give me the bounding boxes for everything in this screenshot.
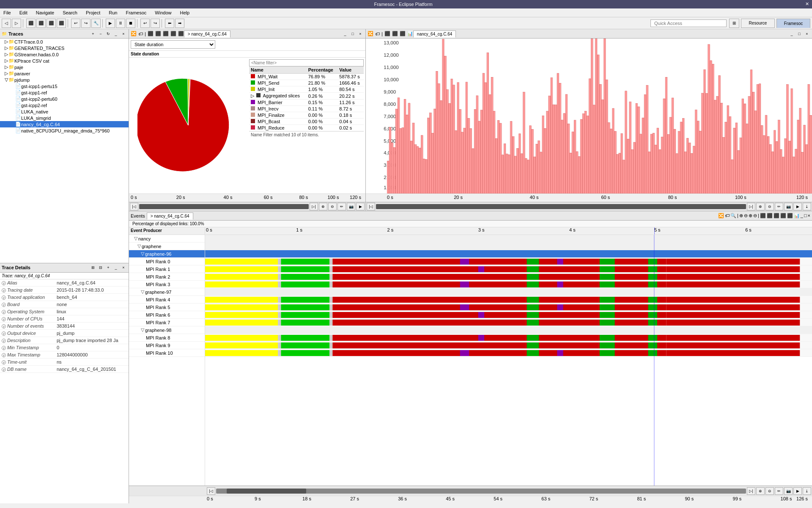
toolbar-btn-12[interactable]: ⏹ <box>126 19 135 28</box>
expand-paraver-icon[interactable]: ▷ <box>4 71 8 76</box>
hist-max-btn[interactable]: □ <box>796 30 803 37</box>
hist-tl-export[interactable]: ⤓ <box>803 203 811 210</box>
pie-tab[interactable]: > nancy_64_cg.C.64 <box>184 30 230 38</box>
pie-min-btn[interactable]: _ <box>342 30 348 37</box>
producer-mpi-rank-6[interactable]: MPI Rank 6 <box>129 311 205 319</box>
toolbar-btn-11[interactable]: ⏸ <box>116 19 125 28</box>
toolbar-btn-9[interactable]: 🔧 <box>91 19 101 28</box>
menu-help[interactable]: Help <box>178 9 191 16</box>
pie-tl-draw[interactable]: ✏ <box>337 203 346 210</box>
collapse-graphene97-icon[interactable]: ▽ <box>141 289 144 295</box>
toolbar-btn-16[interactable]: ➡ <box>175 19 184 28</box>
toolbar-btn-7[interactable]: ↩ <box>71 19 80 28</box>
trace-item-gst-icpp1-pertu15[interactable]: 📄 gst-icpp1-pertu15 <box>0 83 129 89</box>
traces-refresh-btn[interactable]: ↻ <box>105 30 112 37</box>
pie-tl-zoom-out[interactable]: ⊖ <box>328 203 337 210</box>
menu-run[interactable]: Run <box>107 9 119 16</box>
collapse-graphene98-icon[interactable]: ▽ <box>141 327 144 333</box>
hist-tl-draw[interactable]: ✏ <box>775 203 783 210</box>
toolbar-btn-10[interactable]: ▶ <box>106 19 115 28</box>
pie-tl-zoom-in[interactable]: ⊕ <box>319 203 327 210</box>
producer-graphene-97[interactable]: ▽ graphene-97 <box>129 288 205 296</box>
menu-navigate[interactable]: Navigate <box>34 9 56 16</box>
trace-item-ctftrace[interactable]: ▷ 📁 CTFTrace.0.0 <box>0 39 129 45</box>
hist-tl-zoom-in[interactable]: ⊕ <box>756 203 765 210</box>
close-button[interactable]: ✕ <box>805 1 809 7</box>
trace-item-native-8cpu[interactable]: 📄 native_8CPU3GPU_mirage_dmda_75*960 <box>0 127 129 134</box>
trace-item-luka-simgrid[interactable]: 📄 LUKA_simgrid <box>0 115 129 121</box>
trace-item-luka-native[interactable]: 📄 LUKA_native <box>0 108 129 115</box>
trace-item-pjdump[interactable]: ▽ 📁 pjdump <box>0 77 129 83</box>
hist-tl-screenshot[interactable]: 📷 <box>784 203 793 210</box>
gantt-tl-end[interactable]: ▷| <box>747 487 755 495</box>
hist-tl-track[interactable] <box>376 204 746 209</box>
events-tab[interactable]: > nancy_64_cg.C.64 <box>147 213 193 220</box>
details-add-btn[interactable]: + <box>105 264 112 271</box>
menu-file[interactable]: File <box>2 9 13 16</box>
producer-mpi-rank-9[interactable]: MPI Rank 9 <box>129 342 205 349</box>
trace-item-gst-icpp1-ref[interactable]: 📄 gst-icpp1-ref <box>0 89 129 96</box>
gantt-tl-play[interactable]: ▶ <box>793 487 802 495</box>
producer-nancy[interactable]: ▽ nancy <box>129 235 205 243</box>
menu-framesoc[interactable]: Framesoc <box>124 9 148 16</box>
trace-item-gst-icpp2-ref[interactable]: 📄 gst-icpp2-ref <box>0 102 129 108</box>
toolbar-btn-15[interactable]: ⬅ <box>165 19 174 28</box>
pie-max-btn[interactable]: □ <box>349 30 356 37</box>
traces-add-btn[interactable]: + <box>90 30 96 37</box>
toolbar-btn-13[interactable]: ↩ <box>140 19 150 28</box>
name-filter-input[interactable] <box>249 59 364 66</box>
hist-min-btn[interactable]: _ <box>788 30 795 37</box>
producer-mpi-rank-2[interactable]: MPI Rank 2 <box>129 273 205 281</box>
pie-tl-play[interactable]: ▶ <box>356 203 365 210</box>
collapse-nancy-icon[interactable]: ▽ <box>134 236 137 241</box>
producer-mpi-rank-4[interactable]: MPI Rank 4 <box>129 296 205 304</box>
hist-close-btn[interactable]: × <box>804 30 810 37</box>
open-perspective-btn[interactable]: ⊞ <box>729 19 739 28</box>
pie-tl-end[interactable]: ▷| <box>310 203 318 210</box>
producer-mpi-rank-0[interactable]: MPI Rank 0 <box>129 258 205 265</box>
hist-tl-end[interactable]: ▷| <box>747 203 755 210</box>
gantt-tl-track[interactable] <box>216 489 746 494</box>
traces-close-btn[interactable]: × <box>120 30 127 37</box>
toolbar-btn-8[interactable]: ↪ <box>81 19 91 28</box>
producer-mpi-rank-10[interactable]: MPI Rank 10 <box>129 349 205 357</box>
pie-tl-track[interactable] <box>139 204 309 209</box>
toolbar-btn-5[interactable]: ⬛ <box>47 19 56 28</box>
toolbar-btn-3[interactable]: ⬛ <box>26 19 36 28</box>
expand-pjdump-icon[interactable]: ▽ <box>4 77 8 83</box>
hist-tl-play[interactable]: ▶ <box>793 203 802 210</box>
pie-tl-start[interactable]: |◁ <box>130 203 138 210</box>
trace-item-nancy-64[interactable]: 📄 nancy_64_cg.C.64 <box>0 121 129 127</box>
menu-window[interactable]: Window <box>153 9 173 16</box>
pie-tl-thumb[interactable] <box>139 204 309 209</box>
toolbar-btn-2[interactable]: ▷ <box>12 19 21 28</box>
trace-item-kptrace[interactable]: ▷ 📁 KPtrace CSV cat <box>0 58 129 64</box>
expand-ctftrace-icon[interactable]: ▷ <box>4 39 8 44</box>
traces-remove-btn[interactable]: − <box>97 30 104 37</box>
menu-edit[interactable]: Edit <box>18 9 29 16</box>
hist-tl-zoom-out[interactable]: ⊖ <box>765 203 774 210</box>
producer-graphene-96[interactable]: ▽ graphene-96 <box>129 250 205 258</box>
gantt-tl-start[interactable]: |◁ <box>207 487 215 495</box>
details-action-1[interactable]: ⊞ <box>90 264 96 271</box>
producer-mpi-rank-3[interactable]: MPI Rank 3 <box>129 281 205 288</box>
expand-agg-icon[interactable]: ▷ <box>251 93 254 98</box>
gantt-tl-screenshot[interactable]: 📷 <box>784 487 793 495</box>
producer-mpi-rank-1[interactable]: MPI Rank 1 <box>129 265 205 273</box>
gantt-tl-zoom-in[interactable]: ⊕ <box>756 487 765 495</box>
trace-item-paraver[interactable]: ▷ 📁 paraver <box>0 70 129 77</box>
expand-generated-icon[interactable]: ▷ <box>4 45 8 51</box>
producer-mpi-rank-8[interactable]: MPI Rank 8 <box>129 334 205 342</box>
expand-paje-icon[interactable]: ▷ <box>4 64 8 70</box>
gantt-tl-thumb[interactable] <box>227 489 306 494</box>
toolbar-btn-6[interactable]: ⬛ <box>57 19 66 28</box>
trace-item-gstreamer[interactable]: ▷ 📁 GStreamer.hadas.0.0 <box>0 51 129 58</box>
expand-gstreamer-icon[interactable]: ▷ <box>4 52 8 57</box>
collapse-graphene-icon[interactable]: ▽ <box>137 243 141 249</box>
trace-item-gst-icpp2-pertu60[interactable]: 📄 gst-icpp2-pertu60 <box>0 96 129 102</box>
resource-perspective-btn[interactable]: Resource <box>741 19 775 28</box>
toolbar-btn-1[interactable]: ◁ <box>2 19 11 28</box>
producer-graphene[interactable]: ▽ graphene <box>129 243 205 250</box>
quick-access-input[interactable] <box>650 19 727 27</box>
traces-collapse-btn[interactable]: _ <box>112 30 119 37</box>
